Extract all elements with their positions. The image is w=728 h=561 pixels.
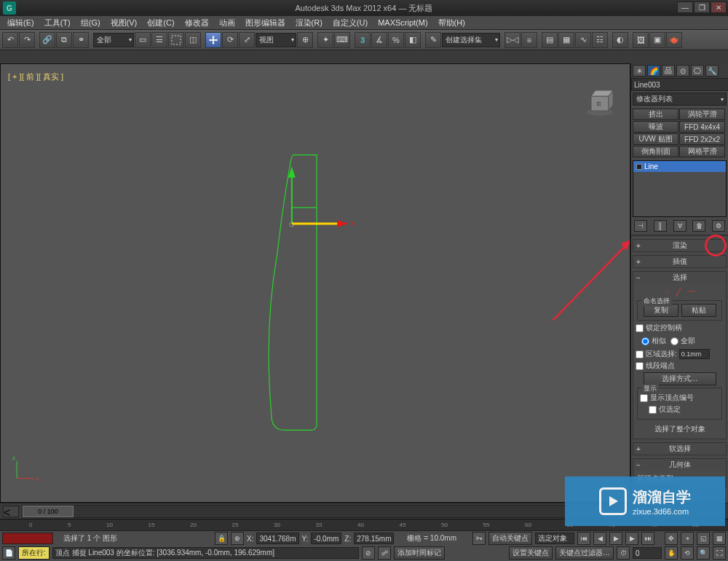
window-crossing-button[interactable]: ◫ [185,32,201,48]
keyboard-shortcut-button[interactable]: ⌨ [334,32,350,48]
rendered-frame-button[interactable]: ▣ [649,32,665,48]
material-editor-button[interactable]: ◐ [612,32,628,48]
max-view-button[interactable]: ⛶ [713,546,726,560]
pin-stack-button[interactable]: ⊣ [634,220,647,232]
named-selection-dropdown[interactable]: 创建选择集 [442,33,500,47]
expand-icon[interactable] [636,164,642,170]
create-tab[interactable]: ☀ [633,65,646,76]
play-button[interactable]: ▶ [609,532,622,545]
menu-edit[interactable]: 编辑(E) [3,17,39,29]
redo-button[interactable]: ↷ [19,32,35,48]
make-unique-button[interactable]: ∀ [673,220,687,232]
use-pivot-button[interactable]: ⊕ [297,32,313,48]
menu-tools[interactable]: 工具(T) [40,17,75,29]
mod-bevelprofile-button[interactable]: 倒角剖面 [633,146,678,157]
menu-create[interactable]: 创建(C) [143,17,178,29]
select-manipulate-button[interactable]: ✦ [317,32,333,48]
select-scale-button[interactable]: ⤢ [239,32,255,48]
spline-subobj-icon[interactable]: 〰 [688,288,695,296]
viewport-nav-2[interactable]: ⌖ [681,532,694,545]
next-frame-button[interactable]: ▶ [625,532,638,545]
prompt-field[interactable]: 顶点 捕捉 Line003 的坐标位置: [3036.934mm, -0.0mm… [52,547,359,559]
mod-ffd222-button[interactable]: FFD 2x2x2 [679,133,725,145]
track-bar[interactable] [2,533,53,544]
area-select-spinner[interactable]: 0.1mm [679,349,710,359]
select-object-button[interactable]: ▭ [135,32,151,48]
absolute-mode-button[interactable]: ⊕ [231,532,244,545]
render-setup-button[interactable]: 🖼 [633,32,649,48]
close-button[interactable]: ✕ [711,1,727,13]
rollout-render-header[interactable]: +渲染 [633,240,726,251]
mod-extrude-button[interactable]: 挤出 [633,109,678,120]
menu-graph-editors[interactable]: 图形编辑器 [241,17,290,29]
select-rotate-button[interactable]: ⟳ [222,32,238,48]
schematic-view-button[interactable]: ☷ [592,32,608,48]
minimize-button[interactable]: — [677,1,693,13]
current-frame-field[interactable]: 0 [633,547,662,559]
select-move-button[interactable] [205,32,221,48]
render-button[interactable]: 🫖 [666,32,682,48]
menu-rendering[interactable]: 渲染(R) [291,17,327,29]
time-config-button[interactable]: < [3,506,19,517]
mod-meshsmooth-button[interactable]: 网格平滑 [679,146,725,157]
prev-frame-button[interactable]: ◀ [593,532,606,545]
viewport-nav-1[interactable]: ✥ [665,532,678,545]
only-selected-check[interactable]: 仅选定 [640,404,719,415]
motion-tab[interactable]: ⊙ [676,65,689,76]
menu-group[interactable]: 组(G) [76,17,105,29]
select-by-name-button[interactable]: ☰ [151,32,167,48]
isolate-button[interactable]: ⊘ [362,546,375,560]
lock-selection-button[interactable]: 🔒 [215,532,228,545]
coord-y-field[interactable]: -0.0mm [311,533,341,544]
maxscript-mini-button[interactable]: 📄 [2,546,15,560]
area-select-check[interactable]: 区域选择: 0.1mm [636,349,724,359]
rollout-interp-header[interactable]: +插值 [633,256,726,267]
zoom-view-button[interactable]: 🔍 [697,546,710,560]
menu-customize[interactable]: 自定义(U) [328,17,372,29]
lock-handles-check[interactable]: 锁定控制柄 [636,323,724,333]
goto-end-button[interactable]: ⏭ [641,532,654,545]
key-filter-button[interactable]: 关键点过滤器… [555,546,614,560]
link-button[interactable]: 🔗 [39,32,55,48]
time-config-btn[interactable]: ⏱ [617,546,630,560]
align-button[interactable]: ≡ [521,32,537,48]
segment-end-check[interactable]: 线段端点 [636,361,724,371]
menu-animation[interactable]: 动画 [215,17,240,29]
menu-modifiers[interactable]: 修改器 [181,17,213,29]
radio-similar[interactable]: 相似 [641,336,666,346]
named-selection-edit-button[interactable]: ✎ [425,32,441,48]
percent-snap-button[interactable]: % [388,32,404,48]
layer-manager-button[interactable]: ▤ [542,32,558,48]
segment-subobj-icon[interactable]: ╱ [676,288,681,296]
graphite-button[interactable]: ▦ [558,32,574,48]
rollout-geometry-header[interactable]: −几何体 [633,459,726,471]
snap-toggle-button[interactable]: 3 [355,32,371,48]
rollout-softsel-header[interactable]: +软选择 [633,443,726,455]
restore-button[interactable]: ❐ [694,1,710,13]
menu-views[interactable]: 视图(V) [106,17,142,29]
spinner-snap-button[interactable]: ◧ [405,32,421,48]
coord-z-field[interactable]: 278.15mm [354,533,394,544]
viewport-nav-3[interactable]: ◱ [697,532,710,545]
modifier-list-dropdown[interactable]: 修改器列表 [633,93,727,106]
ref-coord-dropdown[interactable]: 视图 [256,33,296,47]
display-tab[interactable]: 🖵 [691,65,704,76]
comm-center-button[interactable]: ☍ [378,546,391,560]
utilities-tab[interactable]: 🔧 [705,65,719,76]
mirror-button[interactable]: ▷◁ [505,32,521,48]
viewcube-icon[interactable]: 前 [585,86,615,117]
key-target-dropdown[interactable]: 选定对象 [535,533,574,544]
show-end-button[interactable]: ║ [654,220,667,232]
mod-uvwmap-button[interactable]: UVW 贴图 [633,133,678,145]
pan-view-button[interactable]: ✋ [665,546,678,560]
key-icon[interactable]: 🗝 [472,532,486,545]
show-vert-num-check[interactable]: 显示顶点编号 [640,393,719,403]
bind-button[interactable]: ⚭ [73,32,89,48]
modify-tab[interactable]: 🌈 [647,65,660,76]
rect-select-button[interactable] [168,32,184,48]
menu-help[interactable]: 帮助(H) [434,17,470,29]
configure-sets-button[interactable]: ⚙ [712,220,725,232]
vertex-subobj-icon[interactable]: ∴ [665,288,669,296]
remove-modifier-button[interactable]: 🗑 [692,220,705,232]
menu-maxscript[interactable]: MAXScript(M) [373,17,432,28]
